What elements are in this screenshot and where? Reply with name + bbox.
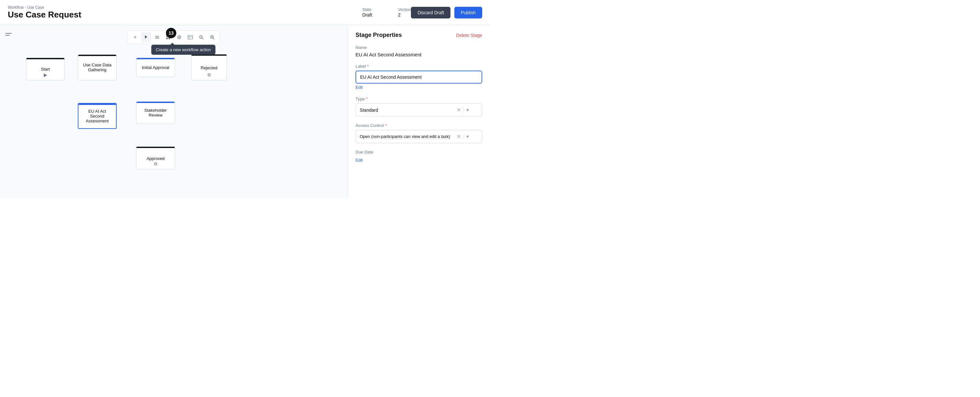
- toggle-line-1: [5, 33, 12, 34]
- rejected-node-icon: ⚙: [207, 72, 211, 78]
- label-required: *: [367, 64, 369, 69]
- stakeholder-node[interactable]: Stakeholder Review: [136, 102, 175, 124]
- workflow-subtitle: Workflow - Use Case: [8, 5, 298, 10]
- label-field-group: Label * Edit: [355, 64, 482, 90]
- version-meta: Version 2: [398, 8, 411, 18]
- state-value: Draft: [362, 12, 372, 17]
- properties-panel: Stage Properties Delete Stage Name EU AI…: [347, 25, 490, 198]
- title-group: Workflow - Use Case Use Case Request: [8, 5, 298, 20]
- access-select-actions: ✕ ▾: [457, 133, 469, 140]
- publish-button[interactable]: Publish: [454, 7, 482, 19]
- svg-rect-9: [188, 35, 192, 39]
- name-field-label: Name: [355, 45, 482, 50]
- start-node-label: Start: [41, 67, 49, 71]
- state-label: State: [362, 8, 372, 12]
- initial-approval-node[interactable]: Initial Approval: [136, 58, 175, 77]
- type-chevron-icon[interactable]: ▾: [466, 107, 469, 113]
- svg-rect-5: [166, 38, 168, 39]
- delete-stage-button[interactable]: Delete Stage: [456, 33, 482, 38]
- panel-title: Stage Properties: [355, 32, 402, 38]
- due-date-group: Due Date Edit: [355, 149, 482, 163]
- svg-line-16: [213, 38, 215, 40]
- name-field-group: Name EU AI Act Second Assessment: [355, 45, 482, 57]
- type-divider: [463, 108, 464, 113]
- header-actions: Discard Draft Publish: [411, 7, 482, 19]
- svg-rect-1: [155, 37, 159, 38]
- access-select-value: Open (non-participants can view and edit…: [360, 134, 450, 139]
- type-required: *: [366, 97, 368, 102]
- due-date-edit-link[interactable]: Edit: [355, 158, 363, 162]
- use-case-node[interactable]: Use Case Data Gathering: [78, 54, 117, 80]
- rejected-node-label: Rejected: [200, 65, 217, 70]
- type-select[interactable]: Standard ✕ ▾: [355, 103, 482, 117]
- start-node-icon: ▶: [44, 72, 47, 78]
- version-label: Version: [398, 8, 411, 12]
- access-divider: [463, 134, 464, 139]
- type-select-value: Standard: [360, 108, 378, 113]
- state-meta: State Draft: [362, 8, 372, 18]
- access-control-group: Access Control * Open (non-participants …: [355, 123, 482, 143]
- type-field-label: Type *: [355, 97, 482, 102]
- table-view-button[interactable]: [185, 32, 196, 43]
- eu-ai-node[interactable]: EU AI Act Second Assessment: [78, 103, 117, 129]
- add-action-button[interactable]: +: [130, 32, 140, 43]
- svg-rect-0: [155, 36, 159, 37]
- access-control-select[interactable]: Open (non-participants can view and edit…: [355, 130, 482, 143]
- step-badge: 13: [166, 28, 176, 38]
- version-value: 2: [398, 12, 401, 17]
- panel-header: Stage Properties Delete Stage: [355, 32, 482, 38]
- type-field-group: Type * Standard ✕ ▾: [355, 97, 482, 117]
- access-chevron-icon[interactable]: ▾: [466, 133, 469, 140]
- sidebar-toggle-button[interactable]: [5, 30, 14, 38]
- app-header: Workflow - Use Case Use Case Request Sta…: [0, 0, 490, 25]
- access-clear-icon[interactable]: ✕: [457, 133, 461, 140]
- approved-node-label: Approved: [146, 156, 165, 161]
- label-field-label: Label *: [355, 64, 482, 69]
- list-view-button[interactable]: [152, 32, 162, 43]
- approved-node[interactable]: Approved ⚙: [136, 147, 175, 169]
- rejected-node[interactable]: Rejected ⚙: [191, 54, 227, 80]
- initial-approval-label: Initial Approval: [142, 65, 170, 70]
- svg-line-13: [202, 38, 204, 40]
- access-required: *: [385, 123, 387, 128]
- name-field-value: EU AI Act Second Assessment: [355, 52, 482, 57]
- use-case-node-label: Use Case Data Gathering: [81, 62, 114, 72]
- eu-ai-node-label: EU AI Act Second Assessment: [81, 109, 113, 123]
- page-title: Use Case Request: [8, 10, 298, 20]
- label-edit-link[interactable]: Edit: [355, 85, 363, 90]
- label-input[interactable]: [355, 71, 482, 84]
- type-clear-icon[interactable]: ✕: [457, 107, 461, 113]
- stakeholder-node-label: Stakeholder Review: [139, 108, 172, 118]
- cursor-tool-button[interactable]: [141, 32, 151, 43]
- zoom-in-button[interactable]: [207, 32, 218, 43]
- workflow-canvas[interactable]: 13 +: [0, 25, 347, 198]
- type-select-actions: ✕ ▾: [457, 107, 469, 113]
- zoom-out-button[interactable]: [196, 32, 207, 43]
- discard-draft-button[interactable]: Discard Draft: [411, 7, 450, 19]
- toggle-line-2: [5, 35, 10, 36]
- main-area: 13 +: [0, 25, 490, 198]
- approved-node-icon: ⚙: [154, 161, 158, 167]
- due-date-label: Due Date: [355, 149, 482, 154]
- svg-point-8: [178, 37, 180, 38]
- svg-rect-2: [155, 38, 159, 39]
- toolbar-tooltip: Create a new workflow action: [151, 45, 215, 55]
- access-control-label: Access Control *: [355, 123, 482, 128]
- header-meta: State Draft Version 2: [362, 8, 411, 18]
- start-node[interactable]: Start ▶: [26, 58, 65, 80]
